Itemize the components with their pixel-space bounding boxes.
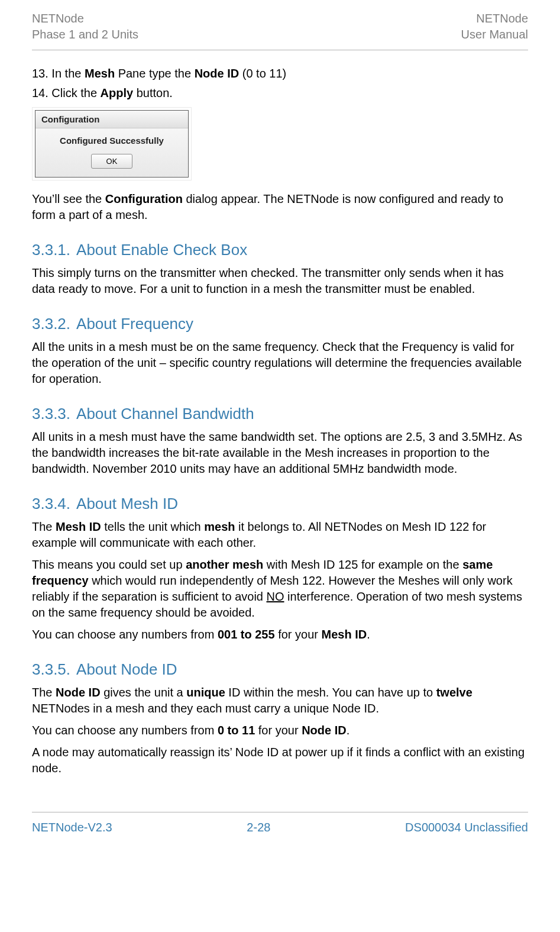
paragraph: A node may automatically reassign its’ N… [32,744,528,776]
paragraph: This simply turns on the transmitter whe… [32,265,528,297]
heading-text: About Mesh ID [76,495,178,512]
header-doc-type: User Manual [461,27,528,43]
text: You can choose any numbers from [32,628,218,641]
header-right: NETNode User Manual [461,11,528,43]
header-product: NETNode [32,11,138,27]
text: The [32,686,56,699]
text: NETNodes in a mesh and they each must ca… [32,702,379,715]
heading-number: 3.3.4. [32,495,70,512]
text: ID within the mesh. You can have up to [225,686,436,699]
text: (0 to 11) [239,67,286,80]
dialog-screenshot: Configuration Configured Successfully OK [32,107,528,180]
text-bold: Configuration [105,192,183,205]
text-bold: unique [186,686,225,699]
text: button. [133,86,173,99]
text-underline: NO [267,590,284,603]
heading-number: 3.3.1. [32,241,70,259]
heading-number: 3.3.5. [32,660,70,678]
text: 14. Click the [32,86,101,99]
dialog-body: Configured Successfully OK [35,128,188,177]
paragraph: All the units in a mesh must be on the s… [32,339,528,387]
text: gives the unit a [101,686,187,699]
text: This means you could set up [32,558,186,571]
text-bold: mesh [204,520,235,533]
heading-text: About Channel Bandwidth [76,405,254,423]
heading-text: About Frequency [76,315,193,333]
text: with Mesh ID 125 for example on the [263,558,462,571]
page: NETNode Phase 1 and 2 Units NETNode User… [0,0,560,849]
text: You can choose any numbers from [32,724,218,737]
header-left: NETNode Phase 1 and 2 Units [32,11,138,43]
heading-334: 3.3.4.About Mesh ID [32,495,528,513]
paragraph: You’ll see the Configuration dialog appe… [32,191,528,223]
text: You’ll see the [32,192,105,205]
text-bold: Mesh ID [322,628,367,641]
ok-button[interactable]: OK [91,154,132,169]
step-14: 14. Click the Apply button. [32,85,528,101]
header-subtitle: Phase 1 and 2 Units [32,27,138,43]
heading-335: 3.3.5.About Node ID [32,660,528,679]
text-bold: Mesh ID [56,520,101,533]
text-bold: another mesh [186,558,263,571]
paragraph: You can choose any numbers from 001 to 2… [32,627,528,643]
heading-number: 3.3.3. [32,405,70,423]
paragraph: This means you could set up another mesh… [32,557,528,621]
heading-332: 3.3.2.About Frequency [32,315,528,333]
text-bold: Apply [101,86,134,99]
text-bold: Node ID [56,686,101,699]
text-bold: Mesh [85,67,115,80]
paragraph: The Node ID gives the unit a unique ID w… [32,685,528,717]
page-header: NETNode Phase 1 and 2 Units NETNode User… [32,11,528,50]
text: for your [275,628,322,641]
paragraph: You can choose any numbers from 0 to 11 … [32,723,528,738]
dialog-border: Configuration Configured Successfully OK [32,107,192,180]
heading-333: 3.3.3.About Channel Bandwidth [32,405,528,423]
footer-left: NETNode-V2.3 [32,821,112,834]
text: Pane type the [115,67,195,80]
text-bold: 001 to 255 [218,628,275,641]
text-bold: Node ID [195,67,239,80]
configuration-dialog: Configuration Configured Successfully OK [35,110,189,178]
text: The [32,520,56,533]
step-13: 13. In the Mesh Pane type the Node ID (0… [32,66,528,82]
text-bold: twelve [436,686,472,699]
text-bold: 0 to 11 [218,724,255,737]
text: 13. In the [32,67,85,80]
heading-331: 3.3.1.About Enable Check Box [32,241,528,259]
dialog-title: Configuration [35,111,188,128]
text-bold: Node ID [302,724,347,737]
paragraph: The Mesh ID tells the unit which mesh it… [32,519,528,551]
page-footer: NETNode-V2.3 2-28 DS000034 Unclassified [32,812,528,834]
text: . [347,724,350,737]
page-body: 13. In the Mesh Pane type the Node ID (0… [32,66,528,776]
heading-text: About Enable Check Box [76,241,247,259]
text: . [367,628,370,641]
footer-center: 2-28 [247,821,270,834]
text: for your [255,724,302,737]
header-product-r: NETNode [461,11,528,27]
heading-text: About Node ID [76,660,177,678]
dialog-message: Configured Successfully [41,136,182,146]
paragraph: All units in a mesh must have the same b… [32,429,528,477]
footer-right: DS000034 Unclassified [405,821,528,834]
heading-number: 3.3.2. [32,315,70,333]
text: tells the unit which [101,520,205,533]
